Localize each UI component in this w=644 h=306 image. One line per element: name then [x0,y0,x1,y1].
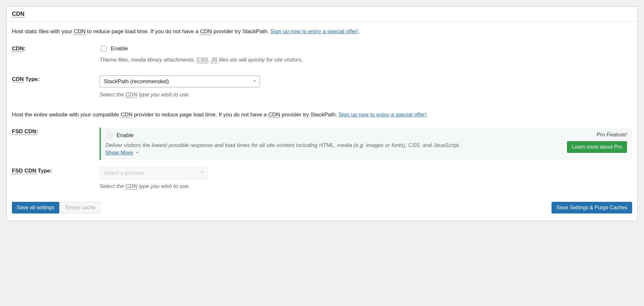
row-cdn-type-field: StackPath (recommended) Select the CDN t… [100,75,632,99]
row-fsd-type: FSD CDN Type: Select a provider Select t… [12,167,632,191]
row-cdn-field: Enable Theme files, media library attach… [100,45,632,64]
intro1-post: provider try StackPath. [212,28,270,35]
row-cdn-type-label: CDN Type: [12,75,100,83]
desc-comma: , [208,57,211,63]
cdn-abbr: CDN [12,45,24,52]
fsd-desc: Deliver visitors the lowest possible res… [105,141,556,150]
label-suffix: : [36,128,38,134]
intro1-mid: to reduce page load time. If you do not … [86,28,200,35]
intro1-pre: Host static files with your [12,28,74,35]
fsd-type-desc: Select the CDN type you wish to use. [100,182,632,191]
footer-left: Save all settings Empty cache [12,202,100,213]
signup-link-1[interactable]: Sign up now to enjoy a special offer! [270,28,358,35]
cdn-type-desc: Select the CDN type you wish to use. [100,91,632,99]
label-suffix: : [24,45,26,52]
save-and-purge-button[interactable]: Save Settings & Purge Caches [552,202,632,213]
cdn-type-select[interactable]: StackPath (recommended) [100,75,260,87]
intro2-post: provider try StackPath. [280,112,339,118]
panel-title: CDN [12,11,24,17]
row-cdn-enable: CDN: Enable Theme files, media library a… [12,45,632,64]
cdn-enable-checkbox-line: Enable [100,45,632,53]
fsd-enable-label: Enable [117,132,134,139]
row-fsd-cdn: FSD CDN: Enable Deliver visitors the low… [12,128,632,160]
show-more-link[interactable]: Show More [105,150,139,156]
cdn-abbr: CDN [268,112,280,118]
save-all-settings-button[interactable]: Save all settings [12,202,59,213]
footer-buttons: Save all settings Empty cache Save Setti… [12,202,632,213]
learn-more-pro-button[interactable]: Learn more about Pro [567,141,627,153]
empty-cache-button[interactable]: Empty cache [61,202,100,213]
footer-right: Save Settings & Purge Caches [552,202,632,213]
desc-pre: Theme files, media library attachments, [100,57,197,63]
cdn-abbr: CDN [125,183,137,190]
intro2-period: . [427,112,428,118]
cdn-enable-desc: Theme files, media library attachments, … [100,56,632,64]
cdn-abbr: CDN [24,128,36,135]
fsd-abbr: FSD [12,168,23,174]
cdn-abbr: CDN [125,92,137,98]
row-fsd-label: FSD CDN: [12,128,100,135]
fsd-enable-checkbox [107,133,112,138]
intro1-period: . [358,28,360,35]
panel-body: Host static files with your CDN to reduc… [7,22,637,221]
row-fsd-type-label: FSD CDN Type: [12,167,100,174]
desc-post: type you wish to use. [137,92,190,98]
row-cdn-type: CDN Type: StackPath (recommended) Select… [12,75,632,99]
label-suffix: Type: [36,168,52,174]
row-cdn-label: CDN: [12,45,100,52]
show-more-label: Show More [105,150,133,156]
cdn-abbr: CDN [24,168,36,174]
pro-feature-label: Pro Feature! [562,132,627,138]
js-abbr: JS [211,57,217,63]
cdn-abbr: CDN [200,28,212,35]
cdn-abbr: CDN [12,76,24,83]
cdn-enable-checkbox[interactable] [101,46,107,52]
intro2-pre: Host the entire website with your compat… [12,112,120,118]
cdn-enable-label: Enable [111,45,128,52]
panel-header: CDN [7,7,637,22]
cdn-abbr: CDN [120,112,132,118]
css-abbr: CSS [197,57,208,63]
fsd-enable-checkbox-line: Enable [105,132,556,139]
pro-feature-block: Enable Deliver visitors the lowest possi… [100,128,632,160]
fsd-type-select-wrap: Select a provider [100,167,207,179]
desc-pre: Select the [100,183,125,189]
row-fsd-field: Enable Deliver visitors the lowest possi… [100,128,632,160]
fsd-type-select: Select a provider [100,167,207,179]
intro-text-1: Host static files with your CDN to reduc… [12,27,632,36]
intro2-mid: provider to reduce page load time. If yo… [132,112,268,118]
desc-post: files etc will quickly for site visitors… [217,57,303,63]
chevron-down-icon [135,150,139,156]
pro-block-right: Pro Feature! Learn more about Pro [562,132,627,153]
cdn-abbr: CDN [74,28,86,35]
cdn-type-select-wrap: StackPath (recommended) [100,75,260,87]
fsd-abbr: FSD [12,128,23,135]
signup-link-2[interactable]: Sign up now to enjoy a special offer! [339,112,427,118]
intro-text-2: Host the entire website with your compat… [12,111,632,119]
desc-pre: Select the [100,92,125,98]
pro-block-left: Enable Deliver visitors the lowest possi… [105,132,556,156]
cdn-settings-panel: CDN Host static files with your CDN to r… [6,6,638,221]
row-fsd-type-field: Select a provider Select the CDN type yo… [100,167,632,191]
label-suffix: Type: [24,76,40,82]
desc-post: type you wish to use. [137,183,190,189]
